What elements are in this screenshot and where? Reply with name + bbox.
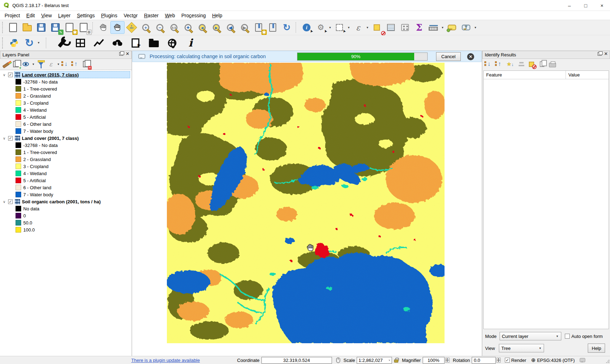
legend-item[interactable]: 3 - Cropland <box>0 99 132 106</box>
python-console-icon[interactable] <box>6 37 22 49</box>
refresh-icon[interactable]: ↻ <box>280 21 294 34</box>
close-icon[interactable]: × <box>594 0 610 11</box>
scale-combobox[interactable]: 1:2,862,027 ˅ <box>357 357 392 364</box>
show-bookmarks-icon[interactable] <box>266 21 280 34</box>
mouse-position-icon[interactable] <box>336 358 340 363</box>
legend-item[interactable]: 5 - Artificial <box>0 177 132 184</box>
pan-map-icon[interactable] <box>110 21 125 34</box>
legend-item[interactable]: 4 - Wetland <box>0 170 132 177</box>
plugin-settings-wrench-icon[interactable] <box>53 36 71 50</box>
layer-row[interactable]: ∨✓Soil organic carbon (2001, tons / ha) <box>0 198 132 205</box>
legend-item[interactable]: 2 - Grassland <box>0 92 132 99</box>
view-combobox[interactable]: Tree ▼ <box>499 344 544 352</box>
minimize-icon[interactable]: – <box>561 0 578 11</box>
magnifier-spinbox[interactable]: 100% <box>423 357 445 364</box>
plugin-info-icon[interactable]: i <box>181 36 200 50</box>
float-panel-icon[interactable] <box>119 52 123 56</box>
deselect-all-icon[interactable] <box>370 21 384 34</box>
menu-raster[interactable]: Raster <box>141 12 162 19</box>
legend-item[interactable]: 7 - Water body <box>0 128 132 135</box>
plugin-load-data-icon[interactable] <box>126 36 145 50</box>
menu-settings[interactable]: Settings <box>74 12 98 19</box>
expand-caret-icon[interactable]: ∨ <box>2 136 7 140</box>
layer-styling-icon[interactable] <box>1 60 11 68</box>
rotation-spinbox[interactable]: 0.0 <box>472 357 496 364</box>
plugin-trend-chart-icon[interactable] <box>90 36 108 50</box>
plugin-updater-dropdown-icon[interactable]: ▼ <box>36 37 41 49</box>
menu-plugins[interactable]: Plugins <box>98 12 120 19</box>
legend-item[interactable]: -32768 - No data <box>0 78 132 85</box>
clear-results-icon[interactable] <box>527 60 536 68</box>
legend-item[interactable]: 7 - Water body <box>0 191 132 198</box>
legend-item[interactable]: 6 - Other land <box>0 121 132 128</box>
select-expression-dropdown-icon[interactable]: ▼ <box>365 21 370 34</box>
select-by-expression-icon[interactable]: ε <box>351 21 365 34</box>
zoom-next-icon[interactable]: ▶ <box>237 21 252 34</box>
collapse-tree-icon[interactable]: ↑ <box>495 60 504 68</box>
map-canvas[interactable] <box>132 62 482 356</box>
identify-icon[interactable]: i <box>300 21 314 34</box>
legend-item[interactable]: -32768 - No data <box>0 142 132 149</box>
open-project-icon[interactable] <box>20 21 34 34</box>
float-panel-icon[interactable] <box>598 52 602 56</box>
message-close-icon[interactable]: ✕ <box>467 53 474 60</box>
legend-item[interactable]: 100.0 <box>0 226 132 233</box>
coordinate-input[interactable]: 32.319,0.524 <box>261 357 332 364</box>
annotation-dropdown-icon[interactable]: ▼ <box>473 21 478 34</box>
legend-item[interactable]: 2 - Grassland <box>0 156 132 163</box>
map-tips-icon[interactable] <box>445 21 459 34</box>
copy-results-icon[interactable] <box>537 60 546 68</box>
select-features-dropdown-icon[interactable]: ▼ <box>346 21 351 34</box>
close-panel-icon[interactable]: ✕ <box>604 52 608 56</box>
zoom-last-icon[interactable]: ◀ <box>223 21 237 34</box>
legend-item[interactable]: 6 - Other land <box>0 184 132 191</box>
scale-lock-icon[interactable] <box>394 359 398 363</box>
form-view-icon[interactable] <box>516 60 525 68</box>
field-calculator-icon[interactable] <box>398 21 412 34</box>
print-results-icon[interactable] <box>548 60 557 68</box>
feature-action-icon[interactable]: ⚙ <box>314 21 328 34</box>
menu-processing[interactable]: Processing <box>178 12 209 19</box>
plugin-globe-icon[interactable] <box>163 36 181 50</box>
menu-edit[interactable]: Edit <box>23 12 38 19</box>
filter-expression-dropdown-icon[interactable]: ▼ <box>56 58 61 70</box>
layer-row[interactable]: ∨✓Land cover (2001, 7 class) <box>0 135 132 142</box>
layer-name[interactable]: Soil organic carbon (2001, tons / ha) <box>22 199 101 204</box>
attribute-table-icon[interactable] <box>384 21 398 34</box>
expand-caret-icon[interactable]: ∨ <box>2 200 7 204</box>
manage-visibility-icon[interactable] <box>21 60 30 68</box>
expand-caret-icon[interactable]: ∨ <box>2 73 7 77</box>
expand-all-icon[interactable]: ↓ <box>61 60 71 68</box>
menu-help[interactable]: Help <box>209 12 225 19</box>
pan-to-selection-icon[interactable] <box>125 21 139 34</box>
layer-row[interactable]: ∨✓Land cover (2015, 7 class) <box>0 71 132 78</box>
filter-expression-icon[interactable]: ε <box>46 60 55 68</box>
select-features-icon[interactable] <box>332 21 346 34</box>
layer-visibility-checkbox[interactable]: ✓ <box>8 136 13 141</box>
zoom-native-icon[interactable]: 1:1 <box>167 21 181 34</box>
add-group-icon[interactable]: + <box>11 60 20 68</box>
menu-layer[interactable]: Layer <box>55 12 74 19</box>
plugin-updater-icon[interactable]: ↻ <box>22 37 36 49</box>
visibility-dropdown-icon[interactable]: ▼ <box>31 58 36 70</box>
legend-item[interactable]: 5 - Artificial <box>0 113 132 121</box>
legend-item[interactable]: 3 - Cropland <box>0 163 132 170</box>
close-panel-icon[interactable]: ✕ <box>126 52 129 56</box>
statistics-icon[interactable]: Σ <box>412 21 426 34</box>
legend-item[interactable]: 1 - Tree-covered <box>0 85 132 92</box>
legend-item[interactable]: 1 - Tree-covered <box>0 149 132 156</box>
mode-combobox[interactable]: Current layer ▼ <box>500 332 561 340</box>
collapse-all-icon[interactable]: ↑ <box>71 60 80 68</box>
filter-legend-icon[interactable] <box>36 60 46 68</box>
legend-item[interactable]: 0 <box>0 212 132 219</box>
results-column-header[interactable]: Feature Value <box>484 71 609 79</box>
text-annotation-icon[interactable]: T <box>459 21 473 34</box>
resize-grip[interactable] <box>606 360 609 363</box>
zoom-full-icon[interactable]: ✦ <box>181 21 195 34</box>
menu-view[interactable]: View <box>38 12 55 19</box>
composer-manager-icon[interactable]: ⚙ <box>77 21 91 34</box>
measure-icon[interactable] <box>426 21 440 34</box>
auto-open-checkbox[interactable] <box>565 334 570 339</box>
save-project-as-icon[interactable]: ✎ <box>48 21 62 34</box>
legend-item[interactable]: No data <box>0 205 132 212</box>
